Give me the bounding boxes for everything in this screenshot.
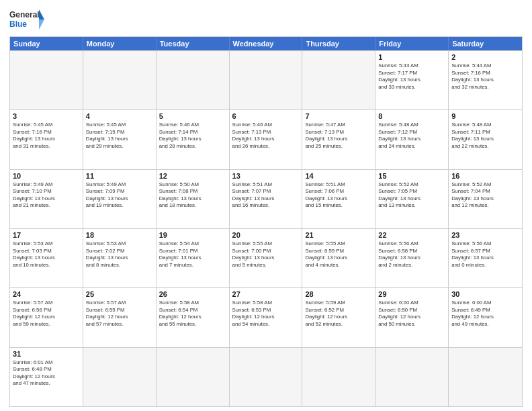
day-info: Sunrise: 5:43 AM Sunset: 7:17 PM Dayligh…	[378, 62, 445, 91]
day-info: Sunrise: 5:53 AM Sunset: 7:03 PM Dayligh…	[13, 240, 80, 269]
day-info: Sunrise: 5:50 AM Sunset: 7:08 PM Dayligh…	[159, 181, 226, 210]
day-number: 21	[305, 231, 372, 239]
logo: General Blue	[9, 7, 44, 32]
day-number: 13	[232, 172, 300, 180]
day-2: 2Sunrise: 5:44 AM Sunset: 7:16 PM Daylig…	[449, 51, 522, 109]
empty-cell-0-1	[83, 51, 157, 109]
day-31: 31Sunrise: 6:01 AM Sunset: 6:48 PM Dayli…	[10, 348, 83, 406]
day-info: Sunrise: 5:57 AM Sunset: 6:56 PM Dayligh…	[13, 300, 80, 328]
svg-text:General: General	[9, 10, 40, 19]
day-6: 6Sunrise: 5:46 AM Sunset: 7:13 PM Daylig…	[230, 110, 303, 169]
day-number: 27	[232, 290, 300, 298]
empty-cell-5-1	[83, 348, 157, 406]
calendar-row-5: 31Sunrise: 6:01 AM Sunset: 6:48 PM Dayli…	[10, 347, 522, 406]
day-number: 4	[86, 112, 153, 120]
day-info: Sunrise: 5:49 AM Sunset: 7:09 PM Dayligh…	[86, 181, 153, 210]
day-number: 10	[13, 172, 80, 180]
day-21: 21Sunrise: 5:55 AM Sunset: 6:59 PM Dayli…	[302, 229, 375, 287]
header-wednesday: Wednesday	[230, 37, 303, 50]
day-25: 25Sunrise: 5:57 AM Sunset: 6:55 PM Dayli…	[83, 288, 157, 347]
day-info: Sunrise: 5:57 AM Sunset: 6:55 PM Dayligh…	[86, 300, 153, 328]
day-info: Sunrise: 5:59 AM Sunset: 6:52 PM Dayligh…	[305, 300, 372, 328]
day-number: 18	[86, 231, 153, 239]
calendar-body: 1Sunrise: 5:43 AM Sunset: 7:17 PM Daylig…	[10, 50, 522, 406]
calendar-header: SundayMondayTuesdayWednesdayThursdayFrid…	[10, 37, 522, 50]
day-info: Sunrise: 5:56 AM Sunset: 6:57 PM Dayligh…	[451, 240, 519, 269]
day-info: Sunrise: 5:55 AM Sunset: 7:00 PM Dayligh…	[232, 240, 300, 269]
day-info: Sunrise: 5:55 AM Sunset: 6:59 PM Dayligh…	[305, 240, 372, 269]
day-info: Sunrise: 5:45 AM Sunset: 7:15 PM Dayligh…	[86, 122, 153, 150]
header-tuesday: Tuesday	[157, 37, 230, 50]
day-29: 29Sunrise: 6:00 AM Sunset: 6:50 PM Dayli…	[375, 288, 449, 347]
day-number: 20	[232, 231, 300, 239]
header-monday: Monday	[83, 37, 157, 50]
day-13: 13Sunrise: 5:51 AM Sunset: 7:07 PM Dayli…	[230, 170, 303, 228]
day-20: 20Sunrise: 5:55 AM Sunset: 7:00 PM Dayli…	[230, 229, 303, 287]
day-number: 7	[305, 112, 372, 120]
empty-cell-5-4	[302, 348, 375, 406]
day-info: Sunrise: 5:46 AM Sunset: 7:13 PM Dayligh…	[232, 122, 300, 150]
day-12: 12Sunrise: 5:50 AM Sunset: 7:08 PM Dayli…	[157, 170, 230, 228]
day-number: 26	[159, 290, 226, 298]
day-27: 27Sunrise: 5:58 AM Sunset: 6:53 PM Dayli…	[230, 288, 303, 347]
day-17: 17Sunrise: 5:53 AM Sunset: 7:03 PM Dayli…	[10, 229, 83, 287]
day-info: Sunrise: 5:45 AM Sunset: 7:16 PM Dayligh…	[13, 122, 80, 150]
day-number: 2	[451, 53, 519, 61]
day-number: 11	[86, 172, 153, 180]
day-30: 30Sunrise: 6:00 AM Sunset: 6:49 PM Dayli…	[449, 288, 522, 347]
day-number: 30	[451, 290, 519, 298]
day-19: 19Sunrise: 5:54 AM Sunset: 7:01 PM Dayli…	[157, 229, 230, 287]
day-info: Sunrise: 5:58 AM Sunset: 6:54 PM Dayligh…	[159, 300, 226, 328]
day-14: 14Sunrise: 5:51 AM Sunset: 7:06 PM Dayli…	[302, 170, 375, 228]
empty-cell-0-2	[157, 51, 230, 109]
day-number: 6	[232, 112, 300, 120]
day-info: Sunrise: 5:52 AM Sunset: 7:05 PM Dayligh…	[378, 181, 445, 210]
day-23: 23Sunrise: 5:56 AM Sunset: 6:57 PM Dayli…	[449, 229, 522, 287]
day-1: 1Sunrise: 5:43 AM Sunset: 7:17 PM Daylig…	[375, 51, 449, 109]
day-number: 9	[451, 112, 519, 120]
day-number: 24	[13, 290, 80, 298]
empty-cell-5-5	[375, 348, 449, 406]
day-28: 28Sunrise: 5:59 AM Sunset: 6:52 PM Dayli…	[302, 288, 375, 347]
svg-marker-2	[39, 9, 44, 19]
day-number: 23	[451, 231, 519, 239]
empty-cell-0-3	[230, 51, 303, 109]
day-number: 19	[159, 231, 226, 239]
day-9: 9Sunrise: 5:48 AM Sunset: 7:11 PM Daylig…	[449, 110, 522, 169]
day-info: Sunrise: 5:52 AM Sunset: 7:04 PM Dayligh…	[451, 181, 519, 210]
day-info: Sunrise: 5:51 AM Sunset: 7:07 PM Dayligh…	[232, 181, 300, 210]
empty-cell-0-0	[10, 51, 83, 109]
calendar-row-0: 1Sunrise: 5:43 AM Sunset: 7:17 PM Daylig…	[10, 50, 522, 109]
day-26: 26Sunrise: 5:58 AM Sunset: 6:54 PM Dayli…	[157, 288, 230, 347]
empty-cell-5-3	[230, 348, 303, 406]
day-info: Sunrise: 5:48 AM Sunset: 7:11 PM Dayligh…	[451, 122, 519, 150]
day-info: Sunrise: 5:51 AM Sunset: 7:06 PM Dayligh…	[305, 181, 372, 210]
day-info: Sunrise: 5:56 AM Sunset: 6:58 PM Dayligh…	[378, 240, 445, 269]
day-number: 29	[378, 290, 445, 298]
calendar-row-1: 3Sunrise: 5:45 AM Sunset: 7:16 PM Daylig…	[10, 109, 522, 169]
day-number: 16	[451, 172, 519, 180]
day-11: 11Sunrise: 5:49 AM Sunset: 7:09 PM Dayli…	[83, 170, 157, 228]
day-info: Sunrise: 5:44 AM Sunset: 7:16 PM Dayligh…	[451, 62, 519, 91]
day-info: Sunrise: 5:58 AM Sunset: 6:53 PM Dayligh…	[232, 300, 300, 328]
day-info: Sunrise: 6:00 AM Sunset: 6:50 PM Dayligh…	[378, 300, 445, 328]
day-number: 31	[13, 350, 80, 358]
day-number: 25	[86, 290, 153, 298]
calendar-row-3: 17Sunrise: 5:53 AM Sunset: 7:03 PM Dayli…	[10, 228, 522, 287]
day-number: 17	[13, 231, 80, 239]
day-24: 24Sunrise: 5:57 AM Sunset: 6:56 PM Dayli…	[10, 288, 83, 347]
day-16: 16Sunrise: 5:52 AM Sunset: 7:04 PM Dayli…	[449, 170, 522, 228]
calendar-row-4: 24Sunrise: 5:57 AM Sunset: 6:56 PM Dayli…	[10, 287, 522, 347]
day-number: 22	[378, 231, 445, 239]
header-sunday: Sunday	[10, 37, 83, 50]
calendar: SundayMondayTuesdayWednesdayThursdayFrid…	[9, 36, 523, 407]
day-10: 10Sunrise: 5:49 AM Sunset: 7:10 PM Dayli…	[10, 170, 83, 228]
day-18: 18Sunrise: 5:53 AM Sunset: 7:02 PM Dayli…	[83, 229, 157, 287]
day-8: 8Sunrise: 5:48 AM Sunset: 7:12 PM Daylig…	[375, 110, 449, 169]
empty-cell-5-2	[157, 348, 230, 406]
header-saturday: Saturday	[449, 37, 522, 50]
day-info: Sunrise: 5:48 AM Sunset: 7:12 PM Dayligh…	[378, 122, 445, 150]
day-22: 22Sunrise: 5:56 AM Sunset: 6:58 PM Dayli…	[375, 229, 449, 287]
day-3: 3Sunrise: 5:45 AM Sunset: 7:16 PM Daylig…	[10, 110, 83, 169]
svg-text:Blue: Blue	[9, 19, 27, 29]
